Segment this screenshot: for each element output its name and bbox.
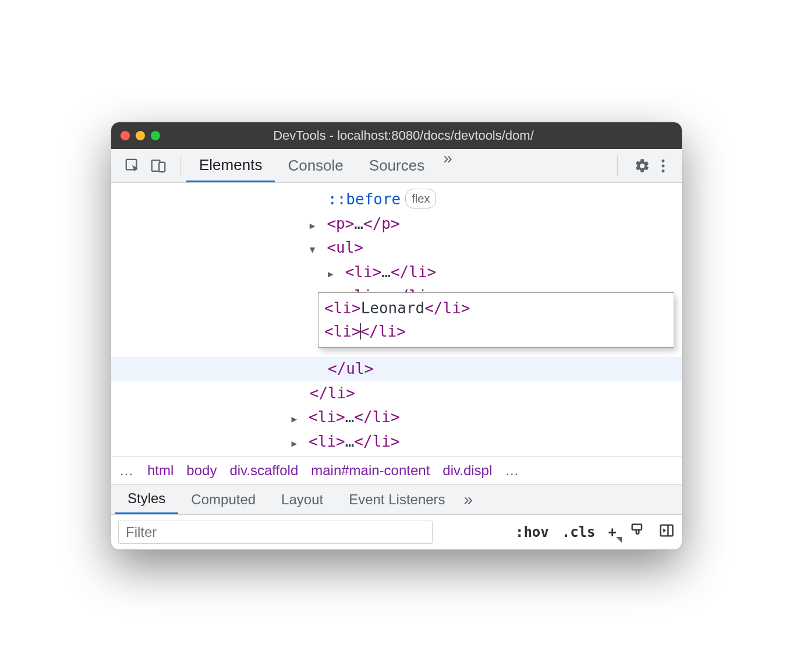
settings-icon[interactable] [634, 158, 650, 174]
flex-badge[interactable]: flex [405, 189, 436, 208]
edit-line-2[interactable]: <li></li> [324, 320, 668, 343]
new-style-rule-button[interactable]: + [608, 524, 617, 540]
tabs-overflow-button[interactable]: » [437, 149, 458, 182]
tab-event-listeners[interactable]: Event Listeners [336, 484, 458, 514]
svg-rect-6 [632, 524, 642, 529]
dom-pseudo-before[interactable]: ::beforeflex [111, 188, 682, 212]
menu-icon[interactable] [661, 158, 665, 174]
inspect-element-icon[interactable] [124, 157, 141, 175]
tab-elements[interactable]: Elements [186, 149, 275, 182]
maximize-window-button[interactable] [151, 131, 160, 140]
tab-sources[interactable]: Sources [356, 149, 437, 182]
edit-line-1[interactable]: <li>Leonard</li> [324, 296, 668, 320]
dom-node-li[interactable]: <li>…</li> [111, 405, 682, 430]
svg-rect-7 [661, 525, 673, 536]
device-toggle-icon[interactable] [150, 157, 167, 175]
tab-console[interactable]: Console [275, 149, 356, 182]
svg-rect-2 [159, 162, 165, 171]
svg-point-3 [662, 159, 665, 162]
styles-tabs-overflow[interactable]: » [458, 490, 479, 509]
styles-pane-tabs: Styles Computed Layout Event Listeners » [111, 484, 682, 515]
devtools-window: DevTools - localhost:8080/docs/devtools/… [111, 122, 682, 550]
dom-node-li-close[interactable]: </li> [111, 381, 682, 406]
breadcrumb-item[interactable]: html [147, 462, 174, 479]
tab-styles[interactable]: Styles [115, 484, 178, 514]
breadcrumb-item[interactable]: body [186, 462, 217, 479]
minimize-window-button[interactable] [136, 131, 145, 140]
dom-node-ul-close[interactable]: </ul> [111, 357, 682, 381]
tab-computed[interactable]: Computed [178, 484, 268, 514]
breadcrumb-item[interactable]: div.displ [442, 462, 492, 479]
cls-toggle[interactable]: .cls [562, 524, 596, 540]
breadcrumb-overflow-left[interactable]: … [119, 462, 134, 479]
toggle-sidebar-icon[interactable] [659, 522, 675, 542]
main-toolbar: Elements Console Sources » [111, 149, 682, 183]
close-window-button[interactable] [121, 131, 130, 140]
svg-point-4 [662, 164, 665, 167]
styles-toolbar: :hov .cls + [111, 515, 682, 550]
hov-toggle[interactable]: :hov [515, 524, 549, 540]
main-tabs: Elements Console Sources » [186, 149, 611, 182]
breadcrumb-item[interactable]: div.scaffold [229, 462, 298, 479]
breadcrumb-item[interactable]: main#main-content [311, 462, 430, 479]
svg-point-5 [662, 169, 665, 172]
dom-node-li[interactable]: <li>…</li> [111, 260, 682, 285]
titlebar: DevTools - localhost:8080/docs/devtools/… [111, 122, 682, 149]
toolbar-divider [617, 156, 618, 176]
styles-filter-input[interactable] [118, 521, 433, 544]
tab-layout[interactable]: Layout [268, 484, 336, 514]
dom-node-p[interactable]: <p>…</p> [111, 212, 682, 236]
dom-breadcrumb: … html body div.scaffold main#main-conte… [111, 457, 682, 484]
paint-brush-icon[interactable] [629, 522, 646, 542]
traffic-lights [121, 131, 160, 140]
dom-node-li[interactable]: <li>…</li> [111, 430, 682, 454]
dom-node-ul[interactable]: <ul> [111, 236, 682, 260]
window-title: DevTools - localhost:8080/docs/devtools/… [169, 128, 638, 143]
edit-as-html-popup[interactable]: <li>Leonard</li> <li></li> [318, 292, 674, 348]
toolbar-divider [180, 156, 180, 176]
elements-dom-tree[interactable]: ::beforeflex <p>…</p> <ul> <li>…</li> <l… [111, 183, 682, 457]
breadcrumb-overflow-right[interactable]: … [505, 462, 520, 479]
